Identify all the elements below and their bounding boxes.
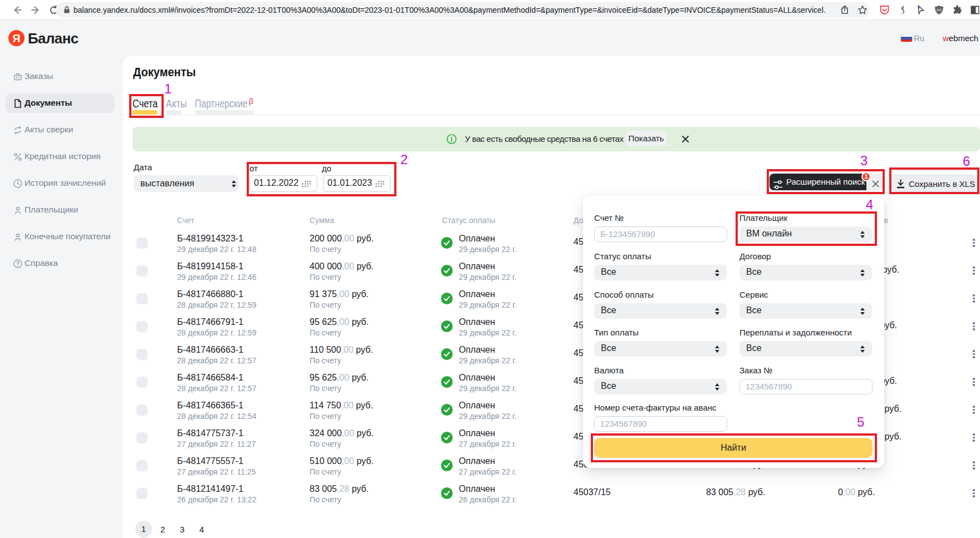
svg-text:UO: UO [937, 8, 942, 12]
